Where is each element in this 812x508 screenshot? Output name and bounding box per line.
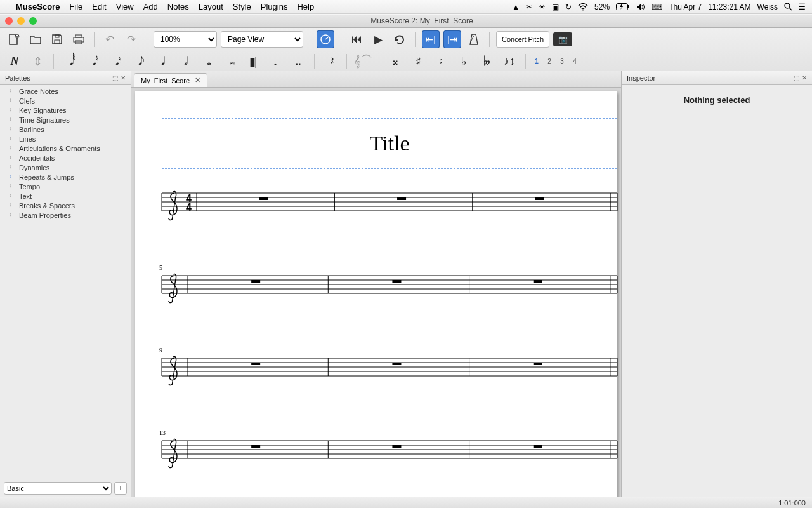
loop-out-button[interactable]: |⇥ <box>443 30 461 48</box>
palette-item-barlines[interactable]: 〉Barlines <box>0 124 131 134</box>
close-window-button[interactable] <box>5 17 13 25</box>
double-dot-button[interactable]: .. <box>289 53 308 70</box>
battery-icon[interactable] <box>616 3 630 10</box>
minimize-window-button[interactable] <box>17 17 25 25</box>
voice-1-button[interactable]: 1 <box>532 58 541 65</box>
document-tab[interactable]: My_First_Score ✕ <box>134 73 207 87</box>
flip-button[interactable]: ♪↕ <box>500 53 519 70</box>
redo-button[interactable]: ↷ <box>122 30 140 48</box>
menu-style[interactable]: Style <box>233 2 251 11</box>
dot-button[interactable]: . <box>266 53 285 70</box>
metronome-button[interactable] <box>465 30 483 48</box>
duration-32nd-button[interactable]: 𝅘𝅥𝅰 <box>83 53 102 70</box>
voice-4-button[interactable]: 4 <box>570 58 579 65</box>
note-input-speedometer-button[interactable] <box>317 30 334 48</box>
concert-pitch-button[interactable]: Concert Pitch <box>496 31 549 48</box>
save-button[interactable] <box>48 30 66 48</box>
open-button[interactable] <box>27 30 44 48</box>
palette-item-text[interactable]: 〉Text <box>0 191 131 201</box>
palette-item-dynamics[interactable]: 〉Dynamics <box>0 163 131 172</box>
tie-button[interactable]: 𝄞⁀ <box>353 53 372 70</box>
staff-system[interactable]: 5 <box>162 276 617 307</box>
palette-workspace-select[interactable]: Basic <box>4 482 112 495</box>
zoom-window-button[interactable] <box>29 17 37 25</box>
voice-3-button[interactable]: 3 <box>558 58 566 65</box>
score-title[interactable]: Title <box>369 131 409 156</box>
tool-icon[interactable]: ✂ <box>526 3 532 11</box>
menu-file[interactable]: File <box>69 2 82 11</box>
palette-float-icon[interactable]: ⬚ <box>112 74 118 81</box>
brightness-icon[interactable]: ☀ <box>539 3 546 11</box>
duration-16th-button[interactable]: 𝅘𝅥𝅯 <box>106 53 125 70</box>
score-page[interactable]: Title 445913 <box>135 91 617 497</box>
palette-item-clefs[interactable]: 〉Clefs <box>0 96 131 105</box>
palette-item-time-signatures[interactable]: 〉Time Signatures <box>0 115 131 124</box>
view-mode-select[interactable]: Page View <box>221 31 303 48</box>
staff-system[interactable]: 44 <box>162 193 617 225</box>
duration-64th-button[interactable]: 𝅘𝅥𝅱 <box>60 53 79 70</box>
staff-system[interactable]: 13 <box>162 441 617 472</box>
sharp-button[interactable]: ♯ <box>409 53 428 70</box>
menu-layout[interactable]: Layout <box>199 2 223 11</box>
rewind-button[interactable]: ⏮ <box>348 30 365 48</box>
staff-system[interactable]: 9 <box>162 358 617 390</box>
print-button[interactable] <box>70 30 88 48</box>
duration-longa-button[interactable]: ▮| <box>243 53 262 70</box>
play-button[interactable]: ▶ <box>369 30 387 48</box>
palette-item-tempo[interactable]: 〉Tempo <box>0 182 131 191</box>
app-name[interactable]: MuseScore <box>16 2 60 11</box>
duration-half-button[interactable]: 𝅗𝅥 <box>174 53 193 70</box>
duration-quarter-button[interactable]: 𝅘𝅥 <box>152 53 171 70</box>
menubar-date[interactable]: Thu Apr 7 <box>669 3 702 11</box>
palette-item-key-signatures[interactable]: 〉Key Signatures <box>0 105 131 115</box>
palette-close-icon[interactable]: ✕ <box>121 74 126 81</box>
palette-item-grace-notes[interactable]: 〉Grace Notes <box>0 86 131 96</box>
spotlight-icon[interactable] <box>784 3 792 11</box>
voice-2-button[interactable]: 2 <box>545 58 554 65</box>
traffic-lights[interactable] <box>5 17 37 25</box>
flat-button[interactable]: ♭ <box>454 53 473 70</box>
zoom-select[interactable]: 100% <box>154 31 217 48</box>
inspector-float-icon[interactable]: ⬚ <box>794 74 799 81</box>
wifi-icon[interactable] <box>578 3 588 11</box>
menubar-user[interactable]: Weiss <box>757 3 778 11</box>
menu-plugins[interactable]: Plugins <box>261 2 288 11</box>
timemachine-icon[interactable]: ↻ <box>565 3 572 11</box>
volume-icon[interactable] <box>636 3 645 11</box>
screenshot-button[interactable]: 📷 <box>553 32 572 46</box>
menu-help[interactable]: Help <box>297 2 314 11</box>
menu-add[interactable]: Add <box>143 2 158 11</box>
input-icon[interactable]: ⌨ <box>652 3 662 11</box>
natural-button[interactable]: ♮ <box>431 53 450 70</box>
menu-edit[interactable]: Edit <box>92 2 106 11</box>
palette-add-button[interactable]: + <box>114 482 127 495</box>
palette-item-articulations-ornaments[interactable]: 〉Articulations & Ornaments <box>0 144 131 153</box>
palette-item-lines[interactable]: 〉Lines <box>0 134 131 144</box>
palette-item-breaks-spacers[interactable]: 〉Breaks & Spacers <box>0 201 131 210</box>
menubar-time[interactable]: 11:23:21 AM <box>708 3 750 11</box>
duration-8th-button[interactable]: 𝅘𝅥𝅮 <box>129 53 148 70</box>
palette-item-accidentals[interactable]: 〉Accidentals <box>0 153 131 163</box>
loop-in-button[interactable]: ⇤| <box>422 30 440 48</box>
repitch-button[interactable]: ⇕ <box>28 53 47 70</box>
menu-notes[interactable]: Notes <box>167 2 189 11</box>
double-flat-button[interactable]: 𝄫 <box>477 53 496 70</box>
title-frame[interactable]: Title <box>162 118 617 169</box>
duration-whole-button[interactable]: 𝅝 <box>197 53 216 70</box>
dropbox-icon[interactable]: ▣ <box>552 3 559 11</box>
rest-button[interactable]: 𝄽 <box>321 53 340 70</box>
inspector-close-icon[interactable]: ✕ <box>802 74 807 81</box>
palette-item-repeats-jumps[interactable]: 〉Repeats & Jumps <box>0 172 131 182</box>
duration-breve-button[interactable]: 𝅜 <box>220 53 239 70</box>
score-viewport[interactable]: Title 445913 <box>131 88 621 497</box>
gdrive-icon[interactable]: ▲ <box>512 3 520 11</box>
new-score-button[interactable]: + <box>5 30 23 48</box>
note-input-button[interactable]: N <box>5 53 24 70</box>
undo-button[interactable]: ↶ <box>101 30 119 48</box>
menu-view[interactable]: View <box>116 2 134 11</box>
close-tab-icon[interactable]: ✕ <box>195 76 200 84</box>
menu-icon[interactable]: ☰ <box>799 3 806 11</box>
loop-button[interactable] <box>391 30 409 48</box>
palette-item-beam-properties[interactable]: 〉Beam Properties <box>0 210 131 220</box>
double-sharp-button[interactable]: 𝄪 <box>386 53 405 70</box>
